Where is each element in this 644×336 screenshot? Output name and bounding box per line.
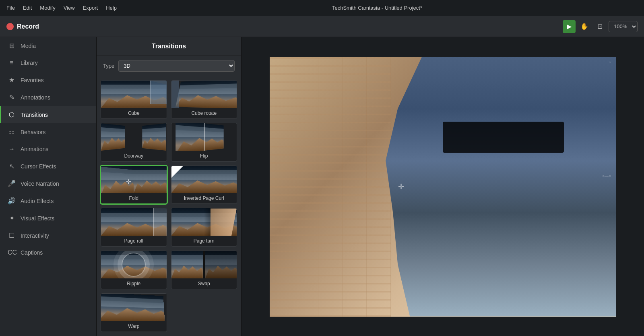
interactivity-icon: ☐ [8, 232, 16, 239]
type-filter-select[interactable]: All3D2D [118, 60, 235, 72]
record-label: Record [17, 23, 39, 30]
favorites-icon: ★ [8, 76, 16, 84]
transition-thumb-cube [101, 81, 167, 108]
glasses-overlay [443, 122, 564, 153]
corner-dots-mid: ○—○ [602, 174, 611, 178]
sidebar-item-library[interactable]: ≡Library [0, 54, 96, 71]
corner-dot-top-right: ○ [609, 60, 611, 64]
toolbar: Record ▶ ✋ ⊡ 50%75%100%125%150%200% [0, 16, 644, 37]
transition-thumb-warp [101, 294, 167, 321]
sidebar-item-favorites[interactable]: ★Favorites [0, 71, 96, 89]
transition-thumb-fold: ✛ [101, 166, 167, 193]
transition-inverted-page-curl[interactable]: Inverted Page Curl [171, 166, 237, 204]
transition-swap[interactable]: Swap [171, 251, 237, 289]
transition-page-turn[interactable]: Page turn [171, 208, 237, 247]
panel-filter: Type All3D2D [97, 56, 241, 76]
transition-label-flip: Flip [198, 151, 209, 161]
sidebar-label-interactivity: Interactivity [21, 232, 49, 239]
sidebar-item-media[interactable]: ⊞Media [0, 37, 96, 54]
menu-item-help[interactable]: Help [106, 5, 117, 11]
sidebar-label-annotations: Annotations [21, 94, 50, 101]
menu-bar: FileEditModifyViewExportHelp [6, 5, 117, 11]
transition-label-ripple: Ripple [125, 278, 142, 289]
sidebar-item-visual-effects[interactable]: ✦Visual Effects [0, 209, 96, 227]
transition-thumb-ripple [101, 251, 167, 278]
sidebar-item-voice-narration[interactable]: 🎤Voice Narration [0, 175, 96, 192]
transition-label-page-turn: Page turn [192, 236, 216, 246]
sidebar-label-behaviors: Behaviors [21, 129, 45, 135]
sidebar-item-captions[interactable]: CCCaptions [0, 244, 96, 261]
transition-flip[interactable]: Flip [171, 123, 237, 162]
sidebar-label-audio-effects: Audio Effects [21, 198, 54, 204]
pan-tool-button[interactable]: ✋ [578, 20, 591, 33]
sidebar-item-cursor-effects[interactable]: ↖Cursor Effects [0, 158, 96, 175]
record-dot [6, 23, 14, 30]
record-button[interactable]: Record [6, 23, 39, 30]
wall-texture [270, 57, 391, 317]
sidebar-item-behaviors[interactable]: ⚏Behaviors [0, 123, 96, 141]
behaviors-icon: ⚏ [8, 128, 16, 136]
transition-label-fold: Fold [128, 193, 140, 203]
audio-effects-icon: 🔊 [8, 197, 16, 205]
select-tool-button[interactable]: ▶ [563, 20, 576, 33]
transition-thumb-flip [171, 123, 237, 151]
menu-item-edit[interactable]: Edit [23, 5, 32, 11]
menu-item-file[interactable]: File [6, 5, 15, 11]
crop-tool-button[interactable]: ⊡ [593, 20, 606, 33]
sidebar-item-audio-effects[interactable]: 🔊Audio Effects [0, 192, 96, 209]
transition-label-cube-rotate: Cube rotate [190, 108, 218, 118]
transition-thumb-swap [171, 251, 237, 278]
transition-cube-rotate[interactable]: Cube rotate [171, 80, 237, 119]
sidebar-label-cursor-effects: Cursor Effects [21, 163, 56, 170]
transition-thumb-page-roll [101, 208, 167, 236]
sidebar-item-animations[interactable]: →Animations [0, 141, 96, 158]
transition-label-doorway: Doorway [123, 151, 145, 161]
cursor-effects-icon: ↖ [8, 162, 16, 170]
video-background: ✛ ○ ○—○ [270, 57, 616, 317]
sidebar-label-visual-effects: Visual Effects [21, 215, 54, 222]
annotations-icon: ✎ [8, 93, 16, 101]
transition-thumb-doorway [101, 123, 167, 151]
transition-label-inverted-page-curl: Inverted Page Curl [182, 193, 226, 203]
transition-thumb-page-turn [171, 208, 237, 236]
transition-label-cube: Cube [126, 108, 141, 118]
filter-label: Type [103, 63, 114, 69]
zoom-select[interactable]: 50%75%100%125%150%200% [609, 21, 638, 32]
transition-cube[interactable]: Cube [101, 80, 167, 119]
transitions-icon: ⬡ [8, 111, 16, 118]
transition-label-swap: Swap [196, 278, 212, 289]
transition-page-roll[interactable]: Page roll [101, 208, 167, 247]
menu-item-modify[interactable]: Modify [40, 5, 55, 11]
captions-icon: CC [8, 249, 16, 256]
panel-title: Transitions [97, 37, 241, 56]
video-preview: ✛ ○ ○—○ [270, 57, 616, 317]
sidebar-item-annotations[interactable]: ✎Annotations [0, 89, 96, 106]
media-icon: ⊞ [8, 42, 16, 50]
menu-item-export[interactable]: Export [83, 5, 98, 11]
transition-doorway[interactable]: Doorway [101, 123, 167, 162]
transition-ripple[interactable]: Ripple [101, 251, 167, 289]
sidebar-item-transitions[interactable]: ⬡Transitions [0, 106, 96, 123]
sidebar: ⊞Media≡Library★Favorites✎Annotations⬡Tra… [0, 37, 97, 336]
sidebar-item-interactivity[interactable]: ☐Interactivity [0, 227, 96, 244]
sidebar-label-favorites: Favorites [21, 77, 44, 83]
transition-label-page-roll: Page roll [123, 236, 145, 246]
person-silhouette [374, 57, 616, 317]
app-title: TechSmith Camtasia - Untitled Project* [332, 5, 422, 11]
animations-icon: → [8, 145, 16, 153]
transition-warp[interactable]: Warp [101, 293, 167, 332]
canvas-area: ✛ ○ ○—○ [242, 37, 644, 336]
transition-thumb-inverted-page-curl [171, 166, 237, 193]
drag-indicator: ✛ [398, 182, 404, 191]
toolbar-tools: ▶ ✋ ⊡ 50%75%100%125%150%200% [563, 20, 638, 33]
transition-label-warp: Warp [126, 321, 141, 332]
visual-effects-icon: ✦ [8, 214, 16, 222]
sidebar-label-media: Media [21, 43, 36, 49]
transitions-panel: Transitions Type All3D2D CubeCube rotate… [97, 37, 242, 336]
menu-item-view[interactable]: View [64, 5, 75, 11]
transition-fold[interactable]: ✛Fold [101, 166, 167, 204]
sidebar-label-captions: Captions [21, 249, 43, 256]
library-icon: ≡ [8, 59, 16, 66]
voice-narration-icon: 🎤 [8, 180, 16, 187]
sidebar-label-voice-narration: Voice Narration [21, 180, 59, 187]
